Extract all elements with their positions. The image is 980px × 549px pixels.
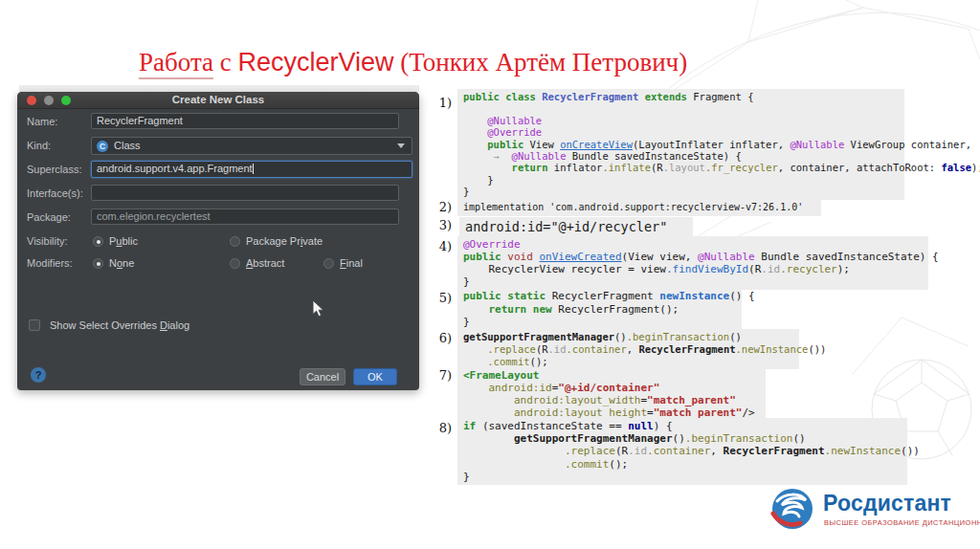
code-block-1: public class RecyclerFragment extends Fr… (457, 89, 904, 200)
code-block-7: <FrameLayout android:id="@+id/container"… (457, 367, 766, 421)
code-column: 1)public class RecyclerFragment extends … (0, 0, 980, 549)
code-block-number: 6) (429, 331, 452, 345)
code-block-3: android:id="@+id/recycler" (459, 217, 693, 237)
code-block-4: @Overridepublic void onViewCreated(View … (457, 236, 928, 290)
globe-icon (768, 485, 817, 535)
code-block-number: 5) (429, 291, 452, 305)
mouse-cursor (312, 299, 325, 318)
code-block-number: 4) (429, 239, 452, 253)
logo-tagline: ВЫСШЕЕ ОБРАЗОВАНИЕ ДИСТАНЦИОННО (824, 518, 980, 527)
code-block-number: 1) (429, 96, 452, 110)
code-block-5: public static RecyclerFragment newInstan… (457, 288, 742, 331)
logo-name: Росдистант (823, 491, 951, 516)
rosdistant-logo: Росдистант ВЫСШЕЕ ОБРАЗОВАНИЕ ДИСТАНЦИОН… (768, 483, 973, 538)
code-block-number: 2) (429, 200, 452, 214)
code-block-2: implementation 'com.android.support:recy… (457, 198, 821, 216)
code-block-number: 3) (429, 218, 452, 232)
code-block-8: if (savedInstanceState == null) { getSup… (457, 418, 907, 485)
code-block-number: 8) (429, 421, 452, 435)
code-block-number: 7) (429, 368, 452, 383)
code-block-6: getSupportFragmentManager().beginTransac… (457, 329, 799, 369)
